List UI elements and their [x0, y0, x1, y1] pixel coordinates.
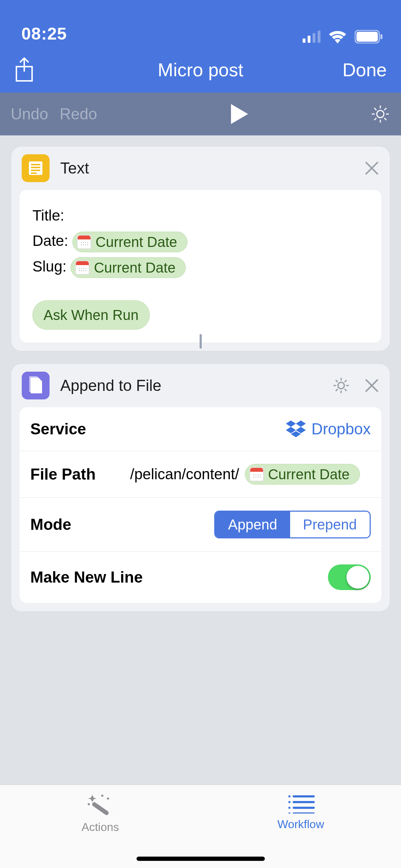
ask-when-run-token[interactable]: Ask When Run: [32, 300, 150, 330]
battery-icon: [355, 30, 383, 43]
mode-row: Mode Append Prepend: [20, 498, 381, 552]
service-label: Service: [30, 420, 116, 438]
status-icons: [303, 30, 383, 43]
service-value: Dropbox: [312, 420, 371, 438]
text-action-icon: [22, 154, 50, 182]
svg-point-8: [377, 110, 384, 118]
tab-workflow[interactable]: Workflow: [201, 785, 401, 868]
filepath-label: File Path: [30, 465, 116, 483]
tab-label: Actions: [82, 821, 119, 834]
undo-button[interactable]: Undo: [11, 105, 48, 123]
svg-point-23: [288, 807, 291, 809]
svg-rect-5: [356, 32, 378, 42]
svg-rect-11: [31, 167, 40, 168]
share-icon[interactable]: [14, 57, 34, 82]
wifi-icon: [328, 30, 347, 43]
nav-bar: Micro post Done: [0, 47, 401, 93]
current-date-token[interactable]: Current Date: [245, 464, 360, 485]
action-card-text[interactable]: Text Title: Date: Current Date Slug:: [11, 146, 390, 351]
close-icon[interactable]: [364, 161, 379, 176]
current-date-token[interactable]: Current Date: [72, 232, 187, 252]
title-label: Title:: [32, 207, 64, 224]
calendar-icon: [77, 235, 91, 249]
svg-rect-1: [308, 36, 310, 43]
redo-button[interactable]: Redo: [60, 105, 97, 123]
svg-rect-13: [31, 172, 37, 174]
current-date-token[interactable]: Current Date: [71, 257, 186, 278]
svg-point-16: [101, 795, 103, 797]
newline-switch[interactable]: [328, 564, 371, 590]
svg-point-14: [338, 382, 344, 389]
calendar-icon: [75, 260, 89, 275]
status-time: 08:25: [21, 24, 67, 43]
card-title: Text: [60, 159, 354, 177]
gear-icon[interactable]: [332, 377, 350, 394]
text-body[interactable]: Title: Date: Current Date Slug: Current …: [20, 190, 381, 342]
mode-label: Mode: [30, 516, 116, 533]
svg-rect-15: [91, 801, 109, 816]
card-header: Text: [11, 146, 390, 190]
filepath-row[interactable]: File Path /pelican/content/ Current Date: [20, 451, 381, 498]
svg-point-18: [88, 803, 90, 805]
filepath-value: /pelican/content/: [130, 466, 239, 483]
calendar-icon: [250, 467, 264, 481]
svg-rect-2: [313, 33, 315, 43]
done-button[interactable]: Done: [294, 59, 387, 81]
slug-label: Slug:: [32, 258, 67, 275]
status-bar: 08:25: [0, 0, 401, 47]
dropbox-icon: [286, 420, 306, 438]
connector-line: [200, 334, 202, 348]
list-icon: [287, 794, 315, 813]
workflow-canvas[interactable]: Text Title: Date: Current Date Slug:: [0, 135, 401, 785]
newline-label: Make New Line: [30, 568, 328, 586]
svg-point-19: [288, 795, 291, 797]
page-title: Micro post: [107, 59, 294, 81]
switch-knob: [346, 566, 369, 589]
card-header: Append to File: [11, 364, 390, 407]
file-action-icon: [22, 372, 50, 399]
card-title: Append to File: [60, 377, 322, 394]
svg-point-25: [288, 812, 291, 813]
cellular-icon: [303, 31, 320, 43]
gear-icon[interactable]: [370, 104, 390, 124]
tab-label: Workflow: [277, 818, 324, 831]
date-label: Date:: [32, 232, 68, 249]
home-indicator[interactable]: [137, 857, 265, 861]
editor-toolbar: Undo Redo: [0, 93, 401, 135]
wand-icon: [86, 794, 114, 816]
svg-rect-6: [380, 34, 382, 39]
svg-rect-0: [303, 38, 305, 43]
mode-append[interactable]: Append: [215, 512, 290, 537]
append-settings: Service Dropbox File Path /pelican/conte…: [20, 407, 381, 603]
svg-rect-10: [31, 164, 40, 165]
newline-row: Make New Line: [20, 552, 381, 603]
svg-point-21: [288, 801, 291, 803]
tab-actions[interactable]: Actions: [0, 785, 201, 868]
play-icon[interactable]: [231, 104, 248, 124]
mode-prepend[interactable]: Prepend: [290, 512, 370, 537]
svg-point-17: [107, 797, 109, 800]
mode-segmented: Append Prepend: [214, 511, 371, 538]
action-card-append[interactable]: Append to File Service: [11, 363, 390, 612]
tab-bar: Actions Workflow: [0, 785, 401, 868]
service-row[interactable]: Service Dropbox: [20, 407, 381, 451]
close-icon[interactable]: [364, 378, 379, 393]
svg-rect-3: [318, 31, 320, 43]
svg-rect-12: [31, 170, 40, 171]
